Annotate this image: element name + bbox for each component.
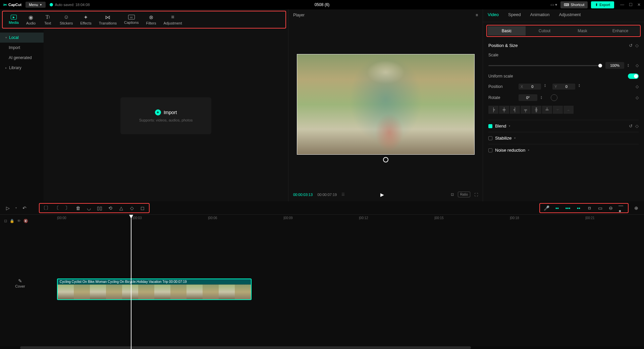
undo-button[interactable]: ↶ (21, 205, 28, 211)
position-keyframe[interactable]: ◇ (636, 84, 639, 89)
marker-button[interactable]: ◡ (86, 205, 92, 211)
track-eye-icon[interactable]: 👁 (17, 219, 21, 223)
split-right-button[interactable]: 〕 (64, 205, 70, 211)
delete-button[interactable]: 🗑 (75, 205, 81, 211)
preview-button[interactable]: ▭ (597, 205, 603, 211)
uniform-scale-toggle[interactable] (628, 73, 639, 79)
reset-icon[interactable]: ↺ (629, 43, 633, 48)
tab-adjustment[interactable]: ≡Adjustment (160, 13, 185, 26)
track-toggle-3[interactable]: ▪▪ (576, 205, 582, 211)
select-tool[interactable]: ▷ (5, 205, 11, 211)
tab-filters[interactable]: ⊗Filters (143, 13, 159, 26)
autosave-status: Auto saved: 18:04:08 (50, 3, 90, 7)
minimize-icon[interactable]: — (620, 2, 624, 7)
sidebar-library[interactable]: ▸Library (0, 63, 44, 73)
rotate-button[interactable]: ◇ (129, 205, 135, 211)
stabilize-label[interactable]: Stabilize (495, 136, 512, 141)
sidebar-local[interactable]: ▾Local (0, 33, 44, 43)
stabilize-checkbox[interactable] (488, 136, 492, 140)
uniform-scale-label: Uniform scale (488, 74, 515, 79)
tab-audio[interactable]: ◉Audio (23, 13, 39, 26)
menu-button[interactable]: Menu ▼ (25, 2, 45, 8)
snapshot-icon[interactable] (383, 157, 388, 162)
subtab-mask[interactable]: Mask (564, 26, 601, 36)
align-left[interactable]: ╞ (488, 106, 498, 114)
import-dropzone[interactable]: +Import Supports: videos, audios, photos (120, 97, 212, 134)
position-x-input[interactable]: X (519, 84, 541, 90)
section-position-size: Position & Size (488, 43, 518, 48)
magnetic-button[interactable]: ⧈ (586, 205, 592, 211)
blend-keyframe[interactable]: ◇ (635, 123, 639, 129)
video-clip[interactable]: Cycling Cyclist On Bike.Woman Cycling On… (57, 279, 252, 300)
keyframe-icon[interactable]: ◇ (635, 43, 639, 48)
mic-button[interactable]: 🎤 (543, 205, 549, 211)
align-bottom[interactable]: ╧ (542, 106, 552, 114)
rp-tab-adjustment[interactable]: Adjustment (559, 12, 581, 19)
cover-button[interactable]: Cover (0, 278, 40, 288)
rp-tab-video[interactable]: Video (488, 12, 499, 19)
align-hcenter[interactable]: ╪ (499, 106, 509, 114)
noise-label[interactable]: Noise reduction (495, 148, 525, 153)
tab-effects[interactable]: ✦Effects (77, 13, 95, 26)
rotate-dial[interactable] (551, 94, 557, 101)
layout-icon[interactable]: ▭ ▾ (550, 2, 557, 7)
split-left-button[interactable]: 〔 (54, 205, 60, 211)
tab-captions[interactable]: ccCaptions (121, 13, 142, 26)
copy-button[interactable]: ▯▯ (97, 205, 103, 211)
play-button[interactable]: ▶ (380, 192, 384, 197)
fullscreen-icon[interactable]: ⛶ (474, 193, 478, 197)
zoom-fit-button[interactable]: ⊕ (633, 205, 639, 211)
export-button[interactable]: ⬆ Export (591, 1, 614, 8)
blend-label[interactable]: Blend (495, 123, 506, 129)
sidebar-import[interactable]: Import (0, 43, 44, 53)
blend-reset[interactable]: ↺ (629, 123, 633, 129)
tab-text[interactable]: TIText (40, 13, 56, 26)
rotate-keyframe[interactable]: ◇ (636, 95, 639, 100)
subtab-enhance[interactable]: Enhance (601, 26, 639, 36)
track-toggle-1[interactable]: ▪▪ (554, 205, 560, 211)
subtab-cutout[interactable]: Cutout (526, 26, 564, 36)
scale-input[interactable]: 100% (605, 62, 624, 69)
align-top[interactable]: ╤ (521, 106, 531, 114)
scale-stepper[interactable]: ▴▾ (628, 63, 632, 67)
scale-keyframe[interactable]: ◇ (636, 63, 639, 68)
playhead[interactable] (131, 215, 131, 349)
clip-label: Cycling Cyclist On Bike.Woman Cycling On… (58, 279, 251, 284)
video-preview[interactable] (297, 54, 475, 155)
list-icon[interactable]: ☰ (341, 192, 345, 197)
sidebar-ai[interactable]: AI generated (0, 53, 44, 63)
player-title: Player (293, 13, 305, 17)
app-logo: CapCut (3, 2, 21, 7)
crop-button[interactable]: ◻ (140, 205, 146, 211)
mirror-button[interactable]: △ (118, 205, 124, 211)
zoom-slider[interactable]: —● (619, 205, 625, 211)
maximize-icon[interactable]: ☐ (629, 2, 633, 7)
track-settings-icon[interactable]: ⊡ (4, 219, 7, 223)
align-hdist: ⫟ (553, 106, 563, 114)
track-lock-icon[interactable]: 🔒 (10, 219, 14, 223)
noise-checkbox[interactable] (488, 148, 492, 152)
timeline-scrollbar[interactable] (0, 346, 644, 349)
rp-tab-animation[interactable]: Animation (530, 12, 550, 19)
zoom-out-button[interactable]: ⊖ (608, 205, 614, 211)
ratio-button[interactable]: Ratio (458, 192, 470, 197)
reverse-button[interactable]: ⟲ (107, 205, 113, 211)
position-y-input[interactable]: Y (552, 84, 575, 90)
scale-slider[interactable] (488, 65, 602, 66)
scan-icon[interactable]: ⊡ (451, 192, 454, 197)
tab-transitions[interactable]: ⋈Transitions (96, 13, 120, 26)
track-mute-icon[interactable]: 🔇 (23, 219, 28, 223)
tab-stickers[interactable]: ☺Stickers (56, 13, 76, 26)
close-icon[interactable]: ✕ (637, 2, 641, 7)
track-toggle-2[interactable]: ▪▪▪ (565, 205, 571, 211)
rp-tab-speed[interactable]: Speed (508, 12, 521, 19)
player-menu-icon[interactable]: ≡ (476, 13, 478, 17)
blend-checkbox[interactable] (488, 124, 492, 128)
align-right[interactable]: ╡ (510, 106, 520, 114)
rotate-input[interactable]: 0° (519, 94, 537, 101)
shortcut-button[interactable]: ⌨ Shortcut (560, 1, 588, 8)
split-button[interactable]: 〔〕 (43, 205, 49, 211)
align-vcenter[interactable]: ╫ (531, 106, 541, 114)
subtab-basic[interactable]: Basic (488, 26, 526, 36)
tab-media[interactable]: ▶Media (5, 13, 22, 26)
